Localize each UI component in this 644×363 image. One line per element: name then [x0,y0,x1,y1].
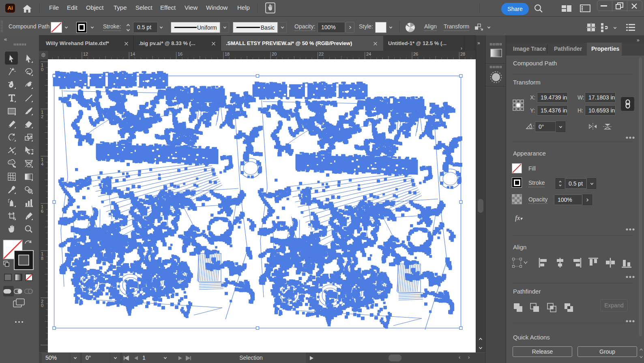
svg-text:14: 14 [130,52,135,56]
svg-text:6: 6 [41,209,43,214]
svg-text:«: « [4,36,7,42]
svg-text:28: 28 [460,52,465,56]
svg-text:0: 0 [41,67,43,72]
svg-text:8: 8 [41,256,43,261]
svg-text:20: 20 [272,52,277,56]
svg-text:26: 26 [413,52,418,56]
svg-text:2: 2 [41,114,43,119]
svg-text:18: 18 [225,52,230,56]
svg-text:12: 12 [83,52,88,56]
svg-text:24: 24 [366,52,371,56]
svg-text:4: 4 [41,162,43,166]
svg-text:16: 16 [178,52,182,56]
svg-text:0: 0 [41,303,43,308]
svg-text:22: 22 [319,52,324,56]
